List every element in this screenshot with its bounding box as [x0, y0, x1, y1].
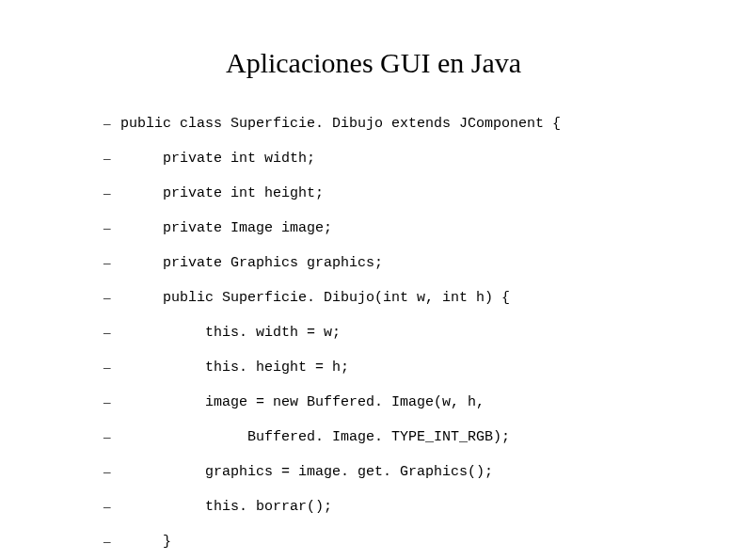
- code-line: –this. height = h;: [103, 360, 644, 375]
- code-text: this. width = w;: [120, 326, 341, 340]
- bullet-dash: –: [103, 291, 120, 305]
- code-line: –private Graphics graphics;: [103, 256, 644, 270]
- bullet-dash: –: [103, 465, 120, 479]
- code-line: –this. borrar();: [103, 500, 644, 514]
- code-line: –this. width = w;: [103, 326, 644, 340]
- bullet-dash: –: [103, 326, 120, 340]
- code-text: private Image image;: [120, 221, 332, 235]
- code-text: private int width;: [120, 152, 315, 166]
- bullet-dash: –: [103, 117, 120, 131]
- code-text: this. borrar();: [120, 500, 332, 514]
- code-text: graphics = image. get. Graphics();: [120, 465, 493, 479]
- code-list: –public class Superficie. Dibujo extends…: [103, 117, 644, 549]
- code-line: –public class Superficie. Dibujo extends…: [103, 117, 644, 131]
- code-text: }: [120, 535, 171, 549]
- code-text: public class Superficie. Dibujo extends …: [120, 117, 561, 131]
- bullet-dash: –: [103, 221, 120, 235]
- code-line: –public Superficie. Dibujo(int w, int h)…: [103, 291, 644, 305]
- bullet-dash: –: [103, 395, 120, 409]
- code-text: Buffered. Image. TYPE_INT_RGB);: [120, 430, 510, 444]
- code-line: –private int height;: [103, 186, 644, 200]
- code-text: private Graphics graphics;: [120, 256, 383, 270]
- code-line: –image = new Buffered. Image(w, h,: [103, 395, 644, 409]
- bullet-dash: –: [103, 500, 120, 514]
- code-text: this. height = h;: [120, 360, 349, 375]
- code-text: public Superficie. Dibujo(int w, int h) …: [120, 291, 510, 305]
- code-text: image = new Buffered. Image(w, h,: [120, 395, 485, 409]
- bullet-dash: –: [103, 360, 120, 375]
- slide-title: Aplicaciones GUI en Java: [103, 47, 644, 79]
- code-line: –private int width;: [103, 152, 644, 166]
- code-line: –Buffered. Image. TYPE_INT_RGB);: [103, 430, 644, 444]
- bullet-dash: –: [103, 186, 120, 200]
- bullet-dash: –: [103, 256, 120, 270]
- bullet-dash: –: [103, 430, 120, 444]
- code-text: private int height;: [120, 186, 324, 200]
- bullet-dash: –: [103, 152, 120, 166]
- bullet-dash: –: [103, 535, 120, 549]
- code-line: –private Image image;: [103, 221, 644, 235]
- code-line: –graphics = image. get. Graphics();: [103, 465, 644, 479]
- code-line: –}: [103, 535, 644, 549]
